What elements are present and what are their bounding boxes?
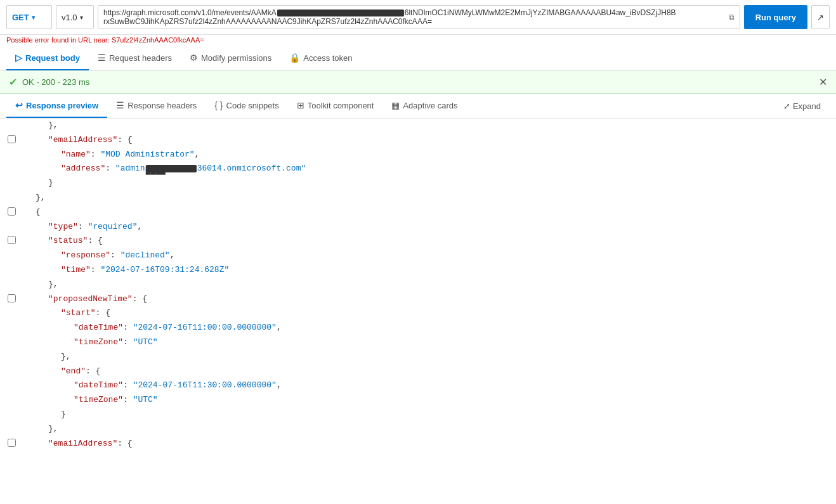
tab-modify-permissions[interactable]: ⚙ Modify permissions — [181, 46, 280, 70]
response-headers-icon: ☰ — [116, 100, 124, 110]
tab-adaptive-cards[interactable]: ▦ Adaptive cards — [382, 94, 466, 118]
status-text: OK - 200 - 223 ms — [22, 77, 89, 87]
request-body-icon: ▷ — [15, 53, 22, 63]
toolkit-component-label: Toolkit component — [308, 101, 374, 110]
tab-response-preview[interactable]: ↩ Response preview — [6, 94, 107, 118]
adaptive-cards-icon: ▦ — [391, 100, 400, 110]
json-line: "proposedNewTime": { — [0, 292, 836, 307]
expand-icon: ⤢ — [783, 101, 790, 111]
json-viewer: },"emailAddress": {"name": "MOD Administ… — [0, 119, 836, 451]
json-line: "time": "2024-07-16T09:31:24.628Z" — [0, 263, 836, 278]
expand-button[interactable]: ⤢ Expand — [774, 95, 830, 117]
json-line: "timeZone": "UTC" — [0, 393, 836, 408]
request-tabs: ▷ Request body ☰ Request headers ⚙ Modif… — [0, 46, 836, 71]
tab-request-headers[interactable]: ☰ Request headers — [89, 46, 181, 70]
error-hint: Possible error found in URL near: S7ufz2… — [0, 35, 836, 46]
url-text: https://graph.microsoft.com/v1.0/me/even… — [103, 8, 724, 26]
line-checkbox[interactable] — [8, 439, 16, 447]
request-headers-label: Request headers — [109, 53, 172, 63]
version-label: v1.0 — [62, 13, 77, 22]
request-headers-icon: ☰ — [98, 53, 106, 63]
json-line: "emailAddress": { — [0, 133, 836, 148]
json-line: "dateTime": "2024-07-16T11:00:00.0000000… — [0, 321, 836, 335]
method-dropdown-arrow: ▾ — [32, 14, 35, 21]
method-select[interactable]: GET ▾ — [6, 5, 52, 29]
json-line: }, — [0, 278, 836, 292]
tab-request-body[interactable]: ▷ Request body — [6, 46, 89, 70]
response-headers-label: Response headers — [127, 101, 197, 110]
version-select[interactable]: v1.0 ▾ — [56, 5, 94, 29]
url-bar[interactable]: https://graph.microsoft.com/v1.0/me/even… — [98, 5, 740, 29]
access-token-label: Access token — [303, 53, 352, 63]
line-checkbox[interactable] — [8, 294, 16, 302]
response-preview-icon: ↩ — [15, 100, 23, 110]
close-status-button[interactable]: ✕ — [819, 76, 827, 88]
json-line: }, — [0, 191, 836, 205]
tab-toolkit-component[interactable]: ⊞ Toolkit component — [288, 94, 383, 118]
json-line: { — [0, 205, 836, 220]
json-line: "type": "required", — [0, 220, 836, 235]
status-ok-icon: ✔ — [9, 76, 17, 88]
response-tabs: ↩ Response preview ☰ Response headers { … — [0, 94, 836, 119]
copy-url-icon[interactable]: ⧉ — [729, 13, 735, 22]
json-line: }, — [0, 422, 836, 437]
json-line: "emailAddress": { — [0, 437, 836, 451]
code-snippets-label: Code snippets — [226, 101, 279, 110]
top-bar: GET ▾ v1.0 ▾ https://graph.microsoft.com… — [0, 0, 836, 46]
line-checkbox[interactable] — [8, 236, 16, 244]
response-preview-label: Response preview — [26, 101, 98, 110]
access-token-icon: 🔒 — [289, 53, 300, 63]
line-checkbox[interactable] — [8, 135, 16, 143]
json-line: "name": "Adele Vance", — [0, 451, 836, 451]
line-checkbox[interactable] — [8, 207, 16, 216]
json-line: "timeZone": "UTC" — [0, 335, 836, 350]
version-dropdown-arrow: ▾ — [80, 14, 83, 21]
modify-permissions-icon: ⚙ — [190, 53, 198, 63]
method-label: GET — [12, 13, 29, 22]
share-icon: ↗ — [817, 13, 824, 22]
tab-response-headers[interactable]: ☰ Response headers — [107, 94, 206, 118]
json-line: "start": { — [0, 306, 836, 321]
status-bar: ✔ OK - 200 - 223 ms ✕ — [0, 71, 836, 94]
json-line: }, — [0, 119, 836, 133]
json-line: } — [0, 176, 836, 191]
adaptive-cards-label: Adaptive cards — [403, 101, 457, 110]
tab-code-snippets[interactable]: { } Code snippets — [206, 94, 287, 118]
json-line: } — [0, 408, 836, 422]
run-query-button[interactable]: Run query — [744, 5, 807, 29]
json-line: "response": "declined", — [0, 249, 836, 263]
json-line: "end": { — [0, 365, 836, 379]
modify-permissions-label: Modify permissions — [201, 53, 271, 63]
expand-label: Expand — [793, 101, 821, 111]
json-line: "name": "MOD Administrator", — [0, 148, 836, 162]
share-button[interactable]: ↗ — [811, 5, 830, 29]
toolkit-component-icon: ⊞ — [297, 100, 304, 110]
json-line: "address": "admin████36014.onmicrosoft.c… — [0, 162, 836, 176]
json-line: "dateTime": "2024-07-16T11:30:00.0000000… — [0, 378, 836, 393]
tab-access-token[interactable]: 🔒 Access token — [280, 46, 361, 70]
request-body-label: Request body — [25, 53, 80, 63]
json-line: "status": { — [0, 234, 836, 249]
code-snippets-icon: { } — [214, 100, 223, 110]
json-line: }, — [0, 350, 836, 365]
